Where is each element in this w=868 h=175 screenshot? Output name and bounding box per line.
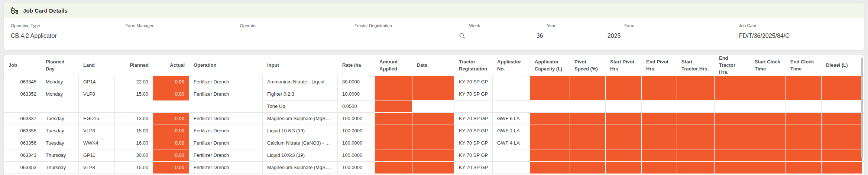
farm-manager-input[interactable] — [125, 31, 236, 41]
cell-operation[interactable]: Fertilizer Drench — [189, 162, 263, 174]
cell-planned[interactable]: 13.00 — [115, 113, 153, 125]
cell-amount-applied[interactable] — [375, 149, 412, 162]
cell-job[interactable]: 063353 — [4, 162, 41, 174]
cell-start-pivot-hrs[interactable] — [606, 149, 642, 162]
cell-start-pivot-hrs[interactable] — [606, 113, 642, 125]
cell-actual[interactable]: 0.00 — [153, 113, 189, 125]
cell-end-pivot-hrs[interactable] — [642, 76, 677, 88]
cell-input[interactable]: Ammonium Nitrate - Liquid — [263, 76, 338, 88]
cell-start-tractor-hrs[interactable] — [677, 162, 715, 174]
cell-actual[interactable]: 0.00 — [153, 88, 189, 100]
cell-pivot-speed[interactable] — [570, 100, 606, 113]
cell-start-tractor-hrs[interactable] — [677, 113, 715, 125]
cell-end-tractor-hrs[interactable] — [715, 137, 750, 149]
cell-planned[interactable]: 30.00 — [115, 149, 153, 162]
cell-start-tractor-hrs[interactable] — [677, 125, 715, 137]
cell-pivot-speed[interactable] — [570, 113, 606, 125]
cell-land[interactable]: EGD15 — [79, 113, 115, 125]
cell-job[interactable]: 063352 — [4, 88, 41, 100]
cell-job[interactable]: 063356 — [4, 137, 41, 149]
cell-diesel[interactable] — [822, 88, 862, 100]
cell-end-tractor-hrs[interactable] — [715, 88, 750, 100]
cell-start-tractor-hrs[interactable] — [677, 100, 715, 113]
cell-applicator-capacity[interactable] — [530, 125, 570, 137]
cell-land[interactable]: GP14 — [79, 76, 115, 88]
cell-actual[interactable]: 0.00 — [153, 162, 189, 174]
cell-applicator-capacity[interactable] — [530, 113, 570, 125]
cell-applicator-no[interactable] — [493, 76, 530, 88]
cell-pivot-speed[interactable] — [570, 76, 606, 88]
cell-rate-ha[interactable]: 100.0000 — [338, 149, 375, 162]
cell-operation[interactable]: Fertilizer Drench — [189, 76, 263, 88]
cell-planned-day[interactable]: Tuesday — [41, 125, 79, 137]
cell-operation[interactable]: Fertilizer Drench — [189, 149, 263, 162]
cell-date[interactable] — [412, 149, 454, 162]
cell-end-tractor-hrs[interactable] — [715, 162, 750, 174]
cell-start-clock-time[interactable] — [750, 88, 786, 100]
cell-end-pivot-hrs[interactable] — [642, 88, 677, 100]
cell-amount-applied[interactable] — [375, 88, 412, 100]
cell-planned-day[interactable]: Tuesday — [41, 113, 79, 125]
cell-planned[interactable]: 15.00 — [115, 88, 153, 100]
cell-start-clock-time[interactable] — [750, 162, 786, 174]
cell-date[interactable] — [412, 162, 454, 174]
cell-start-pivot-hrs[interactable] — [606, 137, 642, 149]
cell-planned[interactable]: 15.00 — [115, 162, 153, 174]
cell-amount-applied[interactable] — [375, 100, 412, 113]
cell-planned[interactable]: 16.00 — [115, 137, 153, 149]
cell-rate-ha[interactable]: 100.0000 — [338, 125, 375, 137]
cell-tractor-registration[interactable]: KY 70 SP GP — [454, 162, 493, 174]
cell-applicator-no[interactable] — [493, 162, 530, 174]
cell-input[interactable]: Magnesium Sulphate (MgS… — [263, 113, 338, 125]
cell-input[interactable]: Tone Up — [263, 100, 338, 113]
cell-job[interactable]: 063343 — [4, 149, 41, 162]
cell-planned[interactable]: 22.00 — [115, 76, 153, 88]
cell-planned-day[interactable]: Thursday — [41, 149, 79, 162]
cell-input[interactable]: Liquid 10:6:3 (19) — [263, 149, 338, 162]
cell-start-clock-time[interactable] — [750, 125, 786, 137]
cell-amount-applied[interactable] — [375, 113, 412, 125]
cell-operation[interactable]: Fertilizer Drench — [189, 88, 263, 100]
cell-start-tractor-hrs[interactable] — [677, 149, 715, 162]
cell-diesel[interactable] — [822, 137, 862, 149]
cell-diesel[interactable] — [822, 149, 862, 162]
cell-start-clock-time[interactable] — [750, 113, 786, 125]
cell-operation[interactable]: Fertilizer Drench — [189, 137, 263, 149]
cell-input[interactable]: Liquid 10:6:3 (19) — [263, 125, 338, 137]
cell-start-clock-time[interactable] — [750, 137, 786, 149]
cell-land[interactable] — [79, 100, 115, 113]
cell-applicator-capacity[interactable] — [530, 76, 570, 88]
job-card-input[interactable]: FD/T/36/2025/84/C — [739, 31, 857, 41]
cell-job[interactable] — [4, 100, 41, 113]
cell-applicator-no[interactable] — [493, 100, 530, 113]
week-input[interactable]: 36 — [469, 31, 543, 41]
cell-date[interactable] — [412, 125, 454, 137]
cell-applicator-capacity[interactable] — [530, 100, 570, 113]
cell-actual[interactable]: 0.00 — [153, 76, 189, 88]
cell-land[interactable]: VLP8 — [79, 88, 115, 100]
cell-date[interactable] — [412, 88, 454, 100]
vertical-scrollbar-thumb[interactable] — [861, 57, 863, 158]
cell-end-pivot-hrs[interactable] — [642, 149, 677, 162]
operator-input[interactable] — [240, 31, 351, 41]
cell-applicator-no[interactable]: GWF 6 LA — [493, 113, 530, 125]
cell-pivot-speed[interactable] — [570, 137, 606, 149]
cell-planned-day[interactable] — [41, 100, 79, 113]
cell-pivot-speed[interactable] — [570, 162, 606, 174]
farm-input[interactable] — [624, 31, 735, 41]
cell-end-clock-time[interactable] — [786, 113, 822, 125]
cell-tractor-registration[interactable]: KY 70 SP GP — [454, 113, 493, 125]
cell-start-pivot-hrs[interactable] — [606, 125, 642, 137]
cell-actual[interactable]: 0.00 — [153, 149, 189, 162]
cell-applicator-no[interactable] — [493, 88, 530, 100]
cell-start-tractor-hrs[interactable] — [677, 88, 715, 100]
cell-start-clock-time[interactable] — [750, 76, 786, 88]
cell-end-tractor-hrs[interactable] — [715, 125, 750, 137]
cell-start-pivot-hrs[interactable] — [606, 88, 642, 100]
cell-pivot-speed[interactable] — [570, 149, 606, 162]
cell-diesel[interactable] — [822, 162, 862, 174]
cell-rate-ha[interactable]: 100.0000 — [338, 162, 375, 174]
cell-date[interactable] — [412, 137, 454, 149]
cell-job[interactable]: 063337 — [4, 113, 41, 125]
cell-tractor-registration[interactable]: KY 70 SP GP — [454, 149, 493, 162]
